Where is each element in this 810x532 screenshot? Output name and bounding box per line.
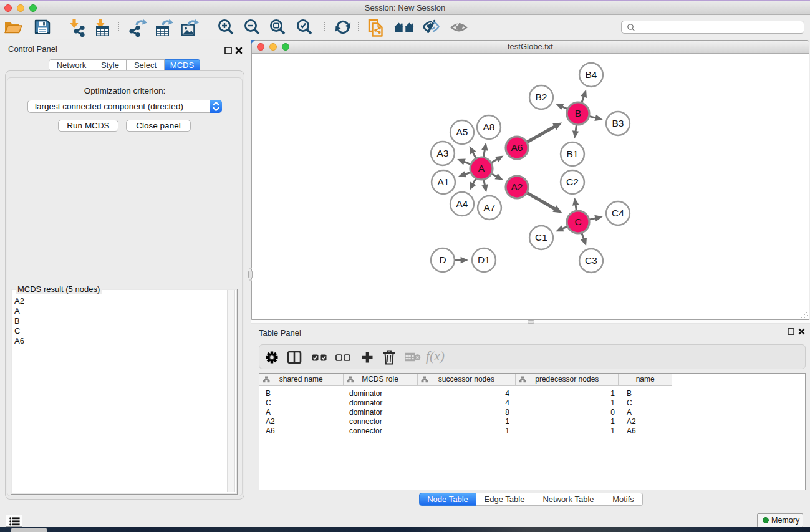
svg-text:C1: C1 — [535, 232, 547, 243]
svg-text:C4: C4 — [612, 208, 624, 218]
svg-text:C2: C2 — [566, 177, 579, 187]
svg-text:A7: A7 — [484, 202, 496, 213]
svg-text:A: A — [478, 163, 485, 173]
svg-text:D: D — [439, 254, 446, 265]
svg-text:A6: A6 — [511, 142, 523, 153]
svg-text:B4: B4 — [586, 69, 597, 80]
svg-text:B3: B3 — [612, 118, 624, 128]
svg-text:A4: A4 — [456, 198, 468, 209]
svg-text:C: C — [574, 216, 581, 227]
svg-text:A1: A1 — [438, 177, 450, 187]
svg-text:A2: A2 — [511, 181, 523, 192]
svg-text:D1: D1 — [478, 254, 490, 265]
svg-text:C3: C3 — [585, 255, 597, 266]
svg-text:A5: A5 — [456, 127, 468, 137]
svg-text:B: B — [575, 108, 581, 118]
svg-text:A3: A3 — [437, 148, 449, 158]
svg-text:A8: A8 — [483, 122, 495, 132]
svg-text:B1: B1 — [567, 148, 579, 159]
svg-text:B2: B2 — [536, 92, 547, 102]
